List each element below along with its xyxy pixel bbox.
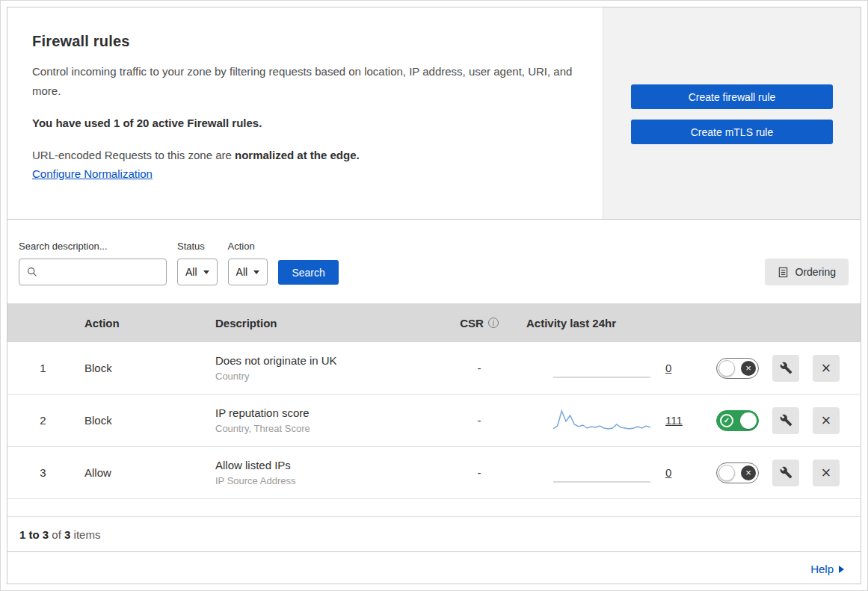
toggle-knob	[718, 465, 735, 481]
rule-activity-cell: 111	[520, 406, 689, 436]
table-header-row: Action Description CSRi Activity last 24…	[7, 303, 861, 342]
search-input[interactable]	[43, 266, 158, 278]
header-description: Description	[209, 317, 438, 329]
toggle-knob	[718, 360, 735, 377]
wrench-icon	[780, 414, 792, 427]
pagination-summary: 1 to 3 of 3 items	[7, 517, 861, 551]
create-firewall-rule-button[interactable]: Create firewall rule	[631, 84, 833, 109]
rule-description-cell: Does not originate in UK Country	[209, 354, 438, 382]
table-bottom-spacer	[7, 499, 861, 517]
rule-enabled-toggle[interactable]: ✓ ×	[716, 358, 759, 379]
search-label: Search description...	[19, 241, 167, 252]
info-icon[interactable]: i	[488, 318, 499, 328]
items-label: items	[70, 528, 100, 541]
page: Firewall rules Control incoming traffic …	[0, 0, 868, 591]
delete-rule-button[interactable]: ×	[813, 355, 840, 382]
activity-sparkline	[553, 353, 650, 383]
edit-rule-button[interactable]	[772, 355, 799, 382]
page-description: Control incoming traffic to your zone by…	[32, 62, 573, 102]
rule-description: IP reputation score	[215, 406, 438, 419]
header-csr-label: CSR	[460, 317, 484, 329]
action-select[interactable]: All	[228, 259, 268, 285]
wrench-icon	[780, 466, 792, 479]
items-range: 1 to 3	[19, 528, 49, 541]
ordering-icon	[778, 267, 789, 278]
rule-enabled-toggle[interactable]: ✓ ×	[716, 462, 759, 483]
activity-sparkline	[553, 406, 650, 436]
table-row: 3 Allow Allow listed IPs IP Source Addre…	[7, 447, 861, 499]
normalization-note: URL-encoded Requests to this zone are no…	[32, 149, 573, 161]
filters-bar: Search description... Status All Action …	[7, 220, 861, 303]
close-icon: ×	[822, 465, 831, 481]
rule-priority: 3	[7, 466, 79, 479]
delete-rule-button[interactable]: ×	[813, 460, 840, 486]
help-link[interactable]: Help	[810, 563, 844, 575]
action-field-group: Action All	[228, 241, 268, 285]
page-title: Firewall rules	[32, 33, 573, 50]
rule-description: Allow listed IPs	[215, 459, 438, 471]
edit-rule-button[interactable]	[772, 407, 799, 434]
rule-fields: Country	[215, 371, 438, 382]
search-field-group: Search description...	[19, 241, 167, 285]
search-icon	[27, 267, 37, 277]
header-section: Firewall rules Control incoming traffic …	[7, 7, 861, 220]
toggle-knob	[740, 412, 757, 429]
delete-rule-button[interactable]: ×	[813, 407, 840, 434]
rule-description-cell: IP reputation score Country, Threat Scor…	[209, 406, 438, 434]
usage-note: You have used 1 of 20 active Firewall ru…	[32, 117, 573, 129]
rule-activity-cell: 0	[520, 458, 689, 488]
table-row: 2 Block IP reputation score Country, Thr…	[7, 394, 861, 447]
rule-priority: 2	[7, 414, 79, 427]
activity-count-link[interactable]: 111	[665, 414, 683, 427]
items-of-text: of	[49, 528, 64, 541]
normalization-bold-text: normalized at the edge.	[235, 149, 360, 161]
header-csr: CSRi	[438, 317, 520, 329]
rule-csr: -	[438, 466, 520, 479]
status-select[interactable]: All	[177, 259, 218, 285]
header-activity: Activity last 24hr	[520, 317, 689, 329]
search-box[interactable]	[19, 259, 167, 285]
help-link-label: Help	[810, 563, 834, 575]
rule-fields: Country, Threat Score	[215, 423, 438, 434]
close-icon: ×	[822, 360, 831, 377]
activity-sparkline	[553, 458, 650, 488]
check-icon: ✓	[720, 414, 733, 427]
wrench-icon	[780, 362, 792, 374]
edit-rule-button[interactable]	[772, 460, 799, 486]
activity-count-link[interactable]: 0	[665, 466, 671, 479]
rule-action: Allow	[79, 466, 209, 479]
rule-controls: ✓ × ×	[689, 355, 861, 382]
rule-controls: ✓ × ×	[689, 407, 861, 434]
rule-enabled-toggle[interactable]: ✓ ×	[716, 410, 759, 431]
search-button[interactable]: Search	[278, 260, 339, 285]
arrow-right-icon	[839, 566, 844, 573]
rule-controls: ✓ × ×	[689, 460, 861, 486]
actions-panel: Create firewall rule Create mTLS rule	[603, 7, 861, 219]
header-action: Action	[79, 317, 209, 329]
close-icon: ×	[822, 412, 831, 429]
rule-fields: IP Source Address	[215, 475, 438, 486]
table-row: 1 Block Does not originate in UK Country…	[7, 342, 861, 394]
x-icon: ×	[741, 465, 756, 480]
rule-description: Does not originate in UK	[215, 354, 438, 367]
header-text-area: Firewall rules Control incoming traffic …	[7, 7, 603, 219]
rule-priority: 1	[7, 362, 79, 374]
firewall-rules-card: Firewall rules Control incoming traffic …	[7, 7, 861, 584]
rule-csr: -	[438, 414, 520, 427]
chevron-down-icon	[203, 270, 209, 274]
configure-normalization-link[interactable]: Configure Normalization	[32, 167, 153, 180]
x-icon: ×	[741, 361, 756, 376]
ordering-button[interactable]: Ordering	[765, 259, 849, 285]
action-select-value: All	[236, 266, 248, 278]
normalization-text: URL-encoded Requests to this zone are	[32, 149, 235, 161]
rule-description-cell: Allow listed IPs IP Source Address	[209, 459, 438, 486]
rule-action: Block	[79, 362, 209, 374]
create-mtls-rule-button[interactable]: Create mTLS rule	[631, 120, 833, 144]
activity-count-link[interactable]: 0	[665, 362, 671, 374]
status-label: Status	[177, 241, 218, 252]
status-field-group: Status All	[177, 241, 218, 285]
status-select-value: All	[185, 266, 197, 278]
chevron-down-icon	[253, 270, 259, 274]
rule-csr: -	[438, 362, 520, 374]
ordering-button-label: Ordering	[795, 266, 836, 278]
